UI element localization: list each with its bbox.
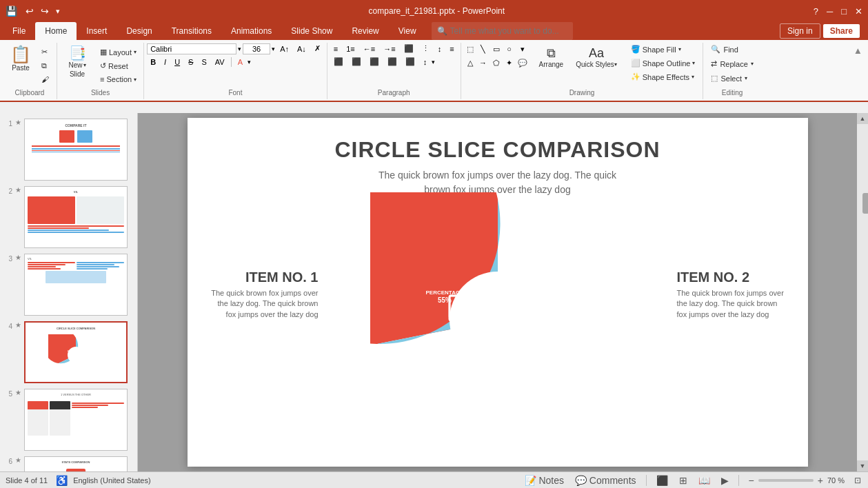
share-button[interactable]: Share: [823, 24, 860, 38]
align-center-button[interactable]: ⬛: [348, 56, 365, 68]
columns-button[interactable]: ⋮: [418, 43, 433, 54]
bold-button[interactable]: B: [147, 57, 159, 68]
collapse-ribbon-button[interactable]: ▲: [851, 43, 865, 59]
scroll-down-arrow[interactable]: ▼: [857, 460, 868, 471]
numbering-button[interactable]: 1≡: [343, 43, 359, 54]
ellipse-tool-button[interactable]: ○: [503, 43, 516, 55]
smart-art-button[interactable]: ⬛: [401, 43, 417, 54]
italic-button[interactable]: I: [161, 57, 170, 68]
quick-styles-button[interactable]: Aa Quick Styles ▾: [571, 43, 622, 72]
char-spacing-button[interactable]: AV: [212, 57, 228, 68]
slide-panel[interactable]: 1 ★ COMPARE IT 2 ★: [0, 113, 138, 471]
vertical-scrollbar[interactable]: ▲ ▼: [857, 113, 868, 471]
underline-button[interactable]: U: [171, 57, 183, 68]
tab-view[interactable]: View: [389, 22, 426, 40]
save-icon[interactable]: 💾: [6, 6, 17, 17]
slideshow-view-button[interactable]: ▶: [720, 474, 730, 487]
zoom-slider[interactable]: [758, 479, 814, 482]
paste-button[interactable]: 📋 Paste: [6, 43, 36, 75]
align-text-button[interactable]: ≡: [446, 43, 457, 54]
notes-button[interactable]: 📝 Notes: [523, 474, 565, 487]
slide-thumbnail-4[interactable]: 4 ★ CIRCLE SLICE COMPARISON: [3, 321, 134, 383]
section-button[interactable]: ≡ Section ▾: [96, 73, 141, 85]
redo-icon[interactable]: ↪: [41, 6, 49, 17]
scroll-up-arrow[interactable]: ▲: [857, 113, 868, 124]
find-button[interactable]: 🔍 Find: [706, 43, 758, 56]
slide-thumbnail-5[interactable]: 5 ★ 1 VERSUS THE OTHER: [3, 389, 134, 451]
bullets-button[interactable]: ≡: [330, 43, 341, 54]
replace-button[interactable]: ⇄ Replace ▾: [706, 57, 758, 70]
decrease-font-button[interactable]: A↓: [294, 43, 310, 54]
rect-tool-button[interactable]: ▭: [490, 43, 503, 55]
callout-tool[interactable]: 💬: [516, 57, 529, 69]
new-slide-icon: 📑: [69, 46, 86, 60]
star-tool[interactable]: ✦: [503, 57, 516, 69]
text-direction-button[interactable]: ↕: [434, 43, 445, 54]
decrease-indent-button[interactable]: ←≡: [360, 43, 379, 54]
shape-fill-button[interactable]: 🪣 Shape Fill ▾: [626, 43, 700, 56]
select-button[interactable]: ⬚ Select ▾: [706, 72, 758, 85]
slide-thumbnail-2[interactable]: 2 ★ VS.: [3, 186, 134, 248]
zoom-level: 70 %: [827, 476, 845, 485]
accessibility-icon[interactable]: ♿: [56, 475, 68, 486]
canvas-area[interactable]: CIRCLE SLICE COMPARISON The quick brown …: [138, 113, 857, 471]
shape-effects-button[interactable]: ✨ Shape Effects ▾: [626, 70, 700, 83]
format-painter-button[interactable]: 🖌: [37, 73, 54, 85]
layout-button[interactable]: ▦ Layout ▾: [96, 45, 141, 59]
triangle-tool[interactable]: △: [464, 57, 476, 69]
slide-thumbnail-6[interactable]: 6 ★ STATS COMPARISON: [3, 456, 134, 471]
pentagon-tool[interactable]: ⬠: [490, 57, 503, 69]
clear-format-button[interactable]: ✗: [311, 43, 324, 54]
font-name-dropdown-icon[interactable]: ▾: [238, 45, 241, 52]
arrow-tool[interactable]: →: [477, 57, 489, 69]
signin-button[interactable]: Sign in: [780, 23, 820, 39]
font-size-input[interactable]: [243, 43, 270, 54]
font-name-input[interactable]: [147, 43, 236, 54]
more-shapes-button[interactable]: ▾: [516, 43, 529, 55]
arrange-button[interactable]: ⧉ Arrange: [533, 43, 570, 72]
copy-button[interactable]: ⧉: [37, 59, 54, 72]
line-tool-button[interactable]: ╲: [477, 43, 489, 55]
shape-outline-button[interactable]: ⬜ Shape Outline ▾: [626, 57, 700, 70]
font-color-dropdown-icon[interactable]: ▾: [248, 59, 251, 65]
tab-file[interactable]: File: [3, 22, 35, 40]
slide-sorter-button[interactable]: ⊞: [678, 474, 689, 487]
reset-button[interactable]: ↺ Reset: [96, 59, 141, 72]
tab-insert[interactable]: Insert: [77, 22, 117, 40]
comments-button[interactable]: 💬 Comments: [574, 474, 638, 487]
tell-me-input[interactable]: [450, 26, 567, 36]
text-shadow-button[interactable]: S: [198, 57, 210, 68]
tab-home[interactable]: Home: [35, 22, 77, 40]
zoom-out-button[interactable]: −: [747, 474, 756, 487]
increase-indent-button[interactable]: →≡: [380, 43, 398, 54]
tab-slideshow[interactable]: Slide Show: [281, 22, 342, 40]
align-left-button[interactable]: ⬛: [330, 56, 347, 68]
font-size-dropdown-icon[interactable]: ▾: [272, 45, 275, 52]
tab-design[interactable]: Design: [117, 22, 161, 40]
help-icon[interactable]: ?: [814, 6, 818, 17]
justify-button[interactable]: ⬛: [384, 56, 401, 68]
tab-animations[interactable]: Animations: [221, 22, 281, 40]
fit-to-window-button[interactable]: ⊡: [853, 474, 862, 487]
slide-thumbnail-3[interactable]: 3 ★ VS.: [3, 254, 134, 316]
reading-view-button[interactable]: 📖: [697, 474, 711, 487]
minimize-btn[interactable]: ─: [827, 6, 833, 17]
tab-review[interactable]: Review: [342, 22, 388, 40]
strikethrough-button[interactable]: S: [185, 57, 196, 68]
undo-icon[interactable]: ↩: [26, 6, 34, 17]
tab-transitions[interactable]: Transitions: [162, 22, 221, 40]
cut-button[interactable]: ✂: [37, 45, 54, 59]
align-columns-button[interactable]: ⬛: [402, 56, 418, 68]
normal-view-button[interactable]: ⬛: [655, 474, 669, 487]
restore-btn[interactable]: □: [841, 6, 847, 17]
zoom-in-button[interactable]: +: [816, 474, 825, 487]
close-btn[interactable]: ✕: [855, 6, 862, 17]
new-slide-button[interactable]: 📑 New▾ Slide: [60, 43, 94, 81]
line-spacing-dropdown-icon[interactable]: ▾: [432, 59, 435, 65]
slide-thumbnail-1[interactable]: 1 ★ COMPARE IT: [3, 119, 134, 181]
font-color-button[interactable]: A: [234, 57, 246, 68]
line-spacing-button[interactable]: ↕: [420, 57, 431, 68]
select-tool-button[interactable]: ⬚: [464, 43, 476, 55]
increase-font-button[interactable]: A↑: [276, 43, 292, 54]
align-right-button[interactable]: ⬛: [366, 56, 383, 68]
